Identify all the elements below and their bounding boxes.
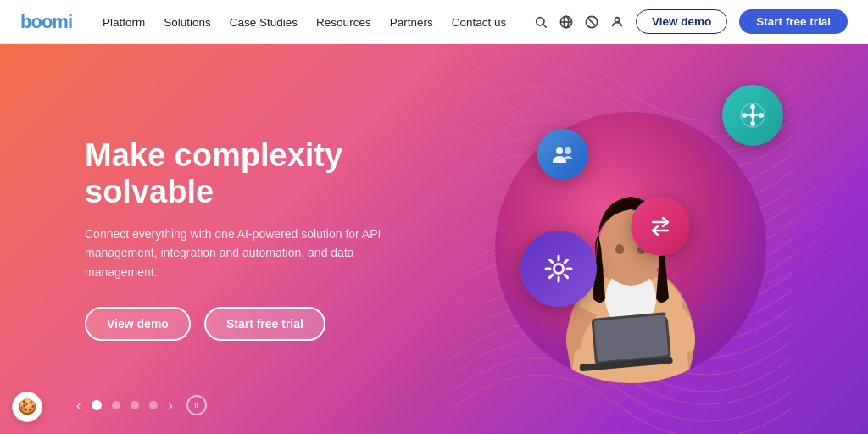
hero-section: Make complexity solvable Connect everyth… xyxy=(0,44,868,434)
view-demo-nav-button[interactable]: View demo xyxy=(636,9,727,34)
carousel-prev-button[interactable]: ‹ xyxy=(76,397,81,415)
carousel-dot-4[interactable] xyxy=(149,401,158,409)
search-icon xyxy=(534,15,548,29)
gear-icon xyxy=(542,252,576,286)
svg-line-1 xyxy=(543,25,547,28)
svg-point-20 xyxy=(742,113,747,118)
svg-point-17 xyxy=(750,104,755,109)
search-icon-button[interactable] xyxy=(534,15,548,29)
navbar: boomi Platform Solutions Case Studies Re… xyxy=(0,0,868,44)
users-icon xyxy=(551,142,575,166)
globe-icon-button[interactable] xyxy=(559,15,573,29)
network-icon xyxy=(739,102,766,129)
nav-link-partners[interactable]: Partners xyxy=(390,16,433,29)
logo: boomi xyxy=(20,11,72,33)
svg-line-35 xyxy=(565,275,568,278)
nav-item-case-studies[interactable]: Case Studies xyxy=(230,14,298,30)
nav-link-platform[interactable]: Platform xyxy=(103,16,145,29)
carousel-dot-3[interactable] xyxy=(131,401,139,409)
nav-item-solutions[interactable]: Solutions xyxy=(164,14,211,30)
nav-link-resources[interactable]: Resources xyxy=(316,16,371,29)
exchange-icon xyxy=(648,214,673,239)
svg-point-7 xyxy=(615,17,619,21)
carousel-dot-2[interactable] xyxy=(112,401,120,409)
cookie-consent-button[interactable]: 🍪 xyxy=(12,392,42,422)
carousel-controls: ‹ › ⏸ xyxy=(76,395,207,415)
carousel-next-button[interactable]: › xyxy=(168,397,173,415)
nav-item-contact[interactable]: Contact us xyxy=(452,14,507,30)
globe-icon xyxy=(559,15,573,29)
svg-point-11 xyxy=(615,244,624,254)
svg-point-26 xyxy=(556,147,563,154)
nav-icons: View demo Start free trial xyxy=(534,9,848,34)
cookie-icon: 🍪 xyxy=(18,398,36,416)
user-icon-button[interactable] xyxy=(610,15,624,29)
svg-line-34 xyxy=(549,259,553,263)
float-icon-exchange xyxy=(631,197,690,256)
nav-item-platform[interactable]: Platform xyxy=(103,14,145,30)
start-trial-nav-button[interactable]: Start free trial xyxy=(739,9,848,34)
view-demo-hero-button[interactable]: View demo xyxy=(85,307,191,341)
float-icon-teal xyxy=(722,85,783,146)
float-icon-blue xyxy=(537,129,588,180)
nav-item-resources[interactable]: Resources xyxy=(316,14,371,30)
start-trial-hero-button[interactable]: Start free trial xyxy=(204,307,326,341)
svg-line-6 xyxy=(587,18,595,25)
float-icon-gear xyxy=(520,231,597,307)
user-icon xyxy=(610,15,624,29)
nav-link-contact[interactable]: Contact us xyxy=(452,16,507,29)
accessibility-icon xyxy=(585,15,598,29)
nav-link-case-studies[interactable]: Case Studies xyxy=(230,16,298,29)
nav-item-partners[interactable]: Partners xyxy=(390,14,433,30)
svg-rect-14 xyxy=(594,314,669,361)
pause-icon: ⏸ xyxy=(192,401,201,409)
hero-buttons: View demo Start free trial xyxy=(85,307,424,341)
nav-links: Platform Solutions Case Studies Resource… xyxy=(103,14,506,30)
hero-subtitle: Connect everything with one AI-powered s… xyxy=(85,225,390,281)
svg-point-0 xyxy=(537,17,544,25)
svg-point-27 xyxy=(565,147,571,154)
hero-illustration xyxy=(427,61,817,417)
svg-line-37 xyxy=(549,275,553,278)
svg-line-36 xyxy=(565,259,568,263)
accessibility-icon-button[interactable] xyxy=(585,15,598,29)
hero-content: Make complexity solvable Connect everyth… xyxy=(0,137,424,342)
carousel-pause-button[interactable]: ⏸ xyxy=(186,395,207,415)
svg-point-29 xyxy=(555,265,562,272)
hero-title: Make complexity solvable xyxy=(85,137,424,211)
carousel-dot-1[interactable] xyxy=(92,400,102,410)
svg-point-21 xyxy=(750,113,755,118)
svg-point-18 xyxy=(759,113,764,118)
nav-link-solutions[interactable]: Solutions xyxy=(164,16,211,29)
logo-text: boomi xyxy=(20,11,72,32)
svg-point-19 xyxy=(750,121,755,126)
